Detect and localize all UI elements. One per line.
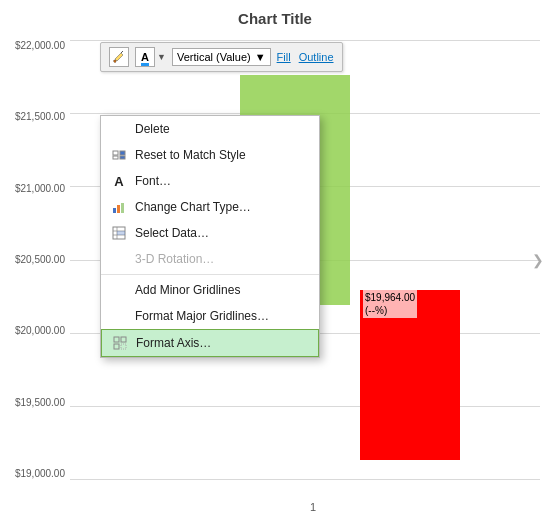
- reset-icon: [111, 147, 127, 163]
- axis-dropdown-text: Vertical (Value): [177, 51, 251, 63]
- outline-icon-group[interactable]: A ▼: [135, 47, 166, 67]
- y-label-4: $20,500.00: [15, 254, 65, 265]
- svg-rect-7: [121, 203, 124, 213]
- y-label-2: $21,500.00: [15, 111, 65, 122]
- y-axis: $22,000.00 $21,500.00 $21,000.00 $20,500…: [0, 40, 70, 479]
- underline-A-icon[interactable]: A: [135, 47, 155, 67]
- bar-percent: (--%): [365, 305, 387, 316]
- reset-label: Reset to Match Style: [135, 148, 246, 162]
- menu-item-3d-rotation: 3-D Rotation…: [101, 246, 319, 272]
- axis-dropdown-arrow: ▼: [255, 51, 266, 63]
- format-major-gridlines-icon: [111, 308, 127, 324]
- svg-rect-3: [113, 156, 118, 159]
- svg-rect-15: [114, 344, 119, 349]
- dropdown-arrow-icon[interactable]: ▼: [157, 52, 166, 62]
- font-label: Font…: [135, 174, 171, 188]
- menu-item-select-data[interactable]: Select Data…: [101, 220, 319, 246]
- menu-item-change-chart-type[interactable]: Change Chart Type…: [101, 194, 319, 220]
- y-label-6: $19,500.00: [15, 397, 65, 408]
- svg-rect-2: [120, 151, 125, 155]
- outline-label[interactable]: Outline: [299, 51, 334, 63]
- expand-handle[interactable]: ❯: [532, 252, 544, 268]
- format-major-gridlines-label: Format Major Gridlines…: [135, 309, 269, 323]
- menu-item-add-minor-gridlines[interactable]: Add Minor Gridlines: [101, 277, 319, 303]
- svg-rect-4: [120, 156, 125, 159]
- grid-line: [70, 406, 540, 407]
- format-axis-icon: [112, 335, 128, 351]
- 3d-label: 3-D Rotation…: [135, 252, 214, 266]
- axis-dropdown[interactable]: Vertical (Value) ▼: [172, 48, 271, 66]
- svg-rect-6: [117, 205, 120, 213]
- font-icon: A: [111, 173, 127, 189]
- delete-label: Delete: [135, 122, 170, 136]
- context-menu: Delete Reset to Match Style A Font… Chan…: [100, 115, 320, 358]
- menu-separator-1: [101, 274, 319, 275]
- svg-rect-5: [113, 208, 116, 213]
- menu-item-format-axis[interactable]: Format Axis…: [101, 329, 319, 357]
- add-minor-gridlines-label: Add Minor Gridlines: [135, 283, 240, 297]
- select-data-label: Select Data…: [135, 226, 209, 240]
- fill-label[interactable]: Fill: [277, 51, 291, 63]
- grid-line: [70, 40, 540, 41]
- svg-rect-14: [121, 337, 126, 342]
- delete-icon: [111, 121, 127, 137]
- menu-item-font[interactable]: A Font…: [101, 168, 319, 194]
- y-label-7: $19,000.00: [15, 468, 65, 479]
- format-toolbar: A ▼ Vertical (Value) ▼ Fill Outline: [100, 42, 343, 72]
- svg-rect-12: [117, 231, 125, 235]
- y-label-5: $20,000.00: [15, 325, 65, 336]
- svg-rect-13: [114, 337, 119, 342]
- menu-item-reset[interactable]: Reset to Match Style: [101, 142, 319, 168]
- menu-item-delete[interactable]: Delete: [101, 116, 319, 142]
- x-axis-label: 1: [310, 501, 316, 513]
- 3d-icon: [111, 251, 127, 267]
- menu-item-format-major-gridlines[interactable]: Format Major Gridlines…: [101, 303, 319, 329]
- chart-title: Chart Title: [0, 0, 550, 27]
- grid-line: [70, 479, 540, 480]
- y-label-1: $22,000.00: [15, 40, 65, 51]
- format-axis-label: Format Axis…: [136, 336, 211, 350]
- select-data-icon: [111, 225, 127, 241]
- paint-bucket-icon[interactable]: [109, 47, 129, 67]
- bar-data-label: $19,964.00 (--%): [363, 290, 417, 318]
- fill-outline-labels: Fill Outline: [277, 51, 334, 63]
- svg-line-0: [121, 51, 123, 53]
- change-chart-type-label: Change Chart Type…: [135, 200, 251, 214]
- y-label-3: $21,000.00: [15, 183, 65, 194]
- svg-rect-16: [121, 344, 126, 349]
- add-minor-gridlines-icon: [111, 282, 127, 298]
- bar-value: $19,964.00: [365, 292, 415, 303]
- chart-type-icon: [111, 199, 127, 215]
- svg-rect-1: [113, 151, 118, 155]
